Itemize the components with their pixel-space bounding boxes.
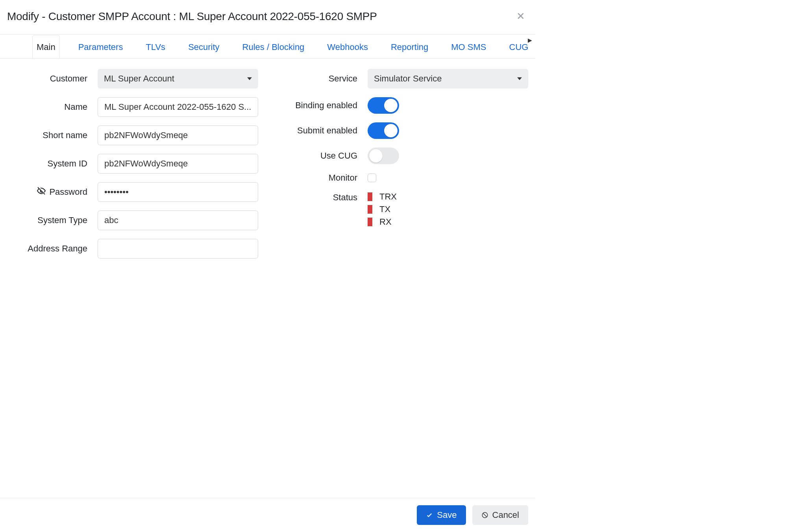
monitor-checkbox[interactable] (368, 174, 376, 182)
form-body: Customer ML Super Account Name Short nam… (0, 59, 535, 498)
status-list: TRXTXRX (368, 192, 528, 227)
binding-enabled-toggle[interactable] (368, 97, 399, 114)
address-range-input[interactable] (98, 239, 258, 259)
password-label: Password (49, 187, 87, 197)
binding-enabled-label: Binding enabled (277, 100, 368, 111)
short-name-input[interactable] (98, 126, 258, 145)
password-input[interactable] (98, 182, 258, 202)
right-column: Service Simulator Service Binding enable… (277, 69, 528, 498)
system-id-input[interactable] (98, 154, 258, 174)
customer-select[interactable]: ML Super Account (98, 69, 258, 89)
tab-tlvs[interactable]: TLVs (141, 35, 170, 58)
service-label: Service (277, 74, 368, 84)
modal-header: Modify - Customer SMPP Account : ML Supe… (0, 0, 535, 35)
submit-enabled-toggle[interactable] (368, 122, 399, 139)
short-name-label: Short name (7, 130, 98, 140)
left-column: Customer ML Super Account Name Short nam… (7, 69, 258, 498)
tab-parameters[interactable]: Parameters (74, 35, 128, 58)
service-select[interactable]: Simulator Service (368, 69, 528, 89)
status-row: TX (368, 204, 528, 214)
use-cug-label: Use CUG (277, 151, 368, 161)
tab-reporting[interactable]: Reporting (387, 35, 433, 58)
customer-select-value: ML Super Account (104, 74, 174, 84)
status-indicator-icon (368, 218, 372, 226)
name-label: Name (7, 102, 98, 112)
status-item-label: TRX (379, 192, 397, 202)
use-cug-toggle[interactable] (368, 148, 399, 164)
name-input[interactable] (98, 97, 258, 117)
tab-mo-sms[interactable]: MO SMS (447, 35, 490, 58)
tab-main[interactable]: Main (32, 35, 60, 58)
page-title: Modify - Customer SMPP Account : ML Supe… (7, 10, 377, 23)
tab-rules-blocking[interactable]: Rules / Blocking (238, 35, 309, 58)
modal-footer: Save Cancel (0, 498, 535, 532)
address-range-label: Address Range (7, 244, 98, 254)
submit-enabled-label: Submit enabled (277, 126, 368, 136)
chevron-down-icon (247, 78, 252, 80)
chevron-down-icon (517, 78, 522, 80)
cancel-button[interactable]: Cancel (472, 505, 528, 525)
save-button[interactable]: Save (417, 505, 466, 525)
eye-off-icon[interactable] (37, 186, 46, 198)
status-row: RX (368, 217, 528, 227)
status-label: Status (277, 192, 368, 203)
customer-label: Customer (7, 74, 98, 84)
monitor-label: Monitor (277, 173, 368, 183)
status-indicator-icon (368, 205, 372, 214)
save-button-label: Save (437, 510, 457, 520)
tab-webhooks[interactable]: Webhooks (323, 35, 372, 58)
system-type-label: System Type (7, 215, 98, 225)
status-indicator-icon (368, 192, 372, 201)
status-item-label: TX (379, 204, 390, 214)
tabs-overflow-icon[interactable]: ▶ (528, 37, 532, 43)
status-row: TRX (368, 192, 528, 202)
tab-security[interactable]: Security (184, 35, 224, 58)
system-id-label: System ID (7, 159, 98, 169)
close-icon[interactable]: ✕ (513, 9, 528, 24)
status-item-label: RX (379, 217, 392, 227)
cancel-button-label: Cancel (492, 510, 519, 520)
tabs: MainParametersTLVsSecurityRules / Blocki… (0, 35, 535, 58)
tabs-bar: MainParametersTLVsSecurityRules / Blocki… (0, 35, 535, 59)
service-select-value: Simulator Service (374, 74, 442, 84)
system-type-input[interactable] (98, 211, 258, 230)
